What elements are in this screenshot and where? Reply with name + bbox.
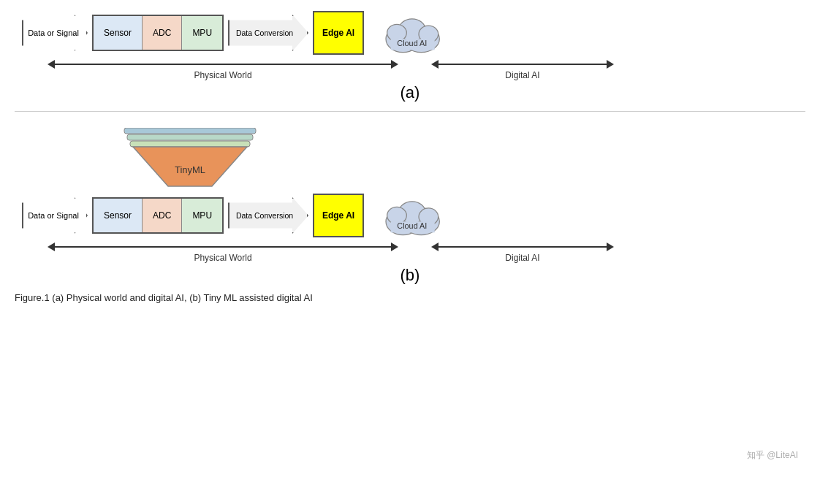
annotation-row-a: Physical World Digital AI xyxy=(22,60,798,80)
digital-ai-label-a: Digital AI xyxy=(505,70,539,80)
physical-world-arrow-b xyxy=(48,243,398,251)
svg-text:TinyML: TinyML xyxy=(175,164,205,175)
annotation-row-b: Physical World Digital AI xyxy=(22,243,798,263)
arrow-left-head-b xyxy=(48,243,55,251)
svg-rect-7 xyxy=(124,128,256,134)
cloud-ai-a: Cloud AI xyxy=(379,7,452,58)
cloud-svg-a: Cloud AI xyxy=(379,7,452,58)
arrow-right-head-a xyxy=(391,60,398,69)
mpu-box-a: MPU xyxy=(182,16,222,50)
digital-ai-line-b xyxy=(439,246,607,248)
data-signal-arrow-b: Data or Signal xyxy=(22,197,88,234)
adc-box-b: ADC xyxy=(143,199,182,232)
adc-box-a: ADC xyxy=(143,16,182,50)
section-divider xyxy=(15,111,805,112)
digital-ai-ann-b: Digital AI xyxy=(424,243,621,263)
sensor-adc-mpu-group-b: Sensor ADC MPU xyxy=(92,197,224,234)
tinyml-funnel-area: TinyML xyxy=(22,128,190,193)
sensor-adc-mpu-group-a: Sensor ADC MPU xyxy=(92,15,224,51)
watermark: 知乎 @LiteAI xyxy=(747,449,798,462)
svg-rect-9 xyxy=(130,141,250,147)
diagram-b-row: Data or Signal Sensor ADC MPU Data Conve… xyxy=(22,190,798,241)
physical-world-label-b: Physical World xyxy=(194,253,251,263)
physical-world-label-a: Physical World xyxy=(194,70,251,80)
data-conversion-arrow-a: Data Conversion xyxy=(228,15,308,51)
digital-ai-ann-a: Digital AI xyxy=(424,60,621,80)
data-signal-arrow-a: Data or Signal xyxy=(22,15,88,51)
digital-arrow-left-a xyxy=(431,60,439,69)
mpu-box-b: MPU xyxy=(182,199,222,232)
tinyml-funnel-svg: TinyML xyxy=(117,128,263,190)
digital-ai-label-b: Digital AI xyxy=(505,253,539,263)
svg-text:Cloud AI: Cloud AI xyxy=(397,221,427,230)
sensor-box-a: Sensor xyxy=(94,16,143,50)
physical-world-line-b xyxy=(55,246,391,248)
cloud-svg-b: Cloud AI xyxy=(379,190,452,241)
physical-world-ann-a: Physical World xyxy=(44,60,402,80)
figure-caption: Figure.1 (a) Physical world and digital … xyxy=(0,292,820,303)
diagram-b-section: TinyML Data or Signal Sensor ADC MPU Dat… xyxy=(0,121,820,285)
svg-text:Cloud AI: Cloud AI xyxy=(397,39,427,47)
physical-world-ann-b: Physical World xyxy=(44,243,402,263)
data-conversion-arrow-b: Data Conversion xyxy=(228,197,308,234)
physical-world-line-a xyxy=(55,64,391,65)
edge-ai-box-a: Edge Al xyxy=(313,11,364,55)
svg-rect-8 xyxy=(127,134,253,140)
arrow-right-head-b xyxy=(391,243,398,251)
digital-ai-arrow-b xyxy=(431,243,614,251)
edge-ai-box-b: Edge AI xyxy=(313,194,364,237)
sensor-box-b: Sensor xyxy=(94,199,143,232)
sub-label-a: (a) xyxy=(22,83,798,102)
digital-ai-line-a xyxy=(439,64,607,65)
digital-ai-arrow-a xyxy=(431,60,614,69)
arrow-left-head-a xyxy=(48,60,55,69)
digital-arrow-right-a xyxy=(607,60,614,69)
cloud-ai-b: Cloud AI xyxy=(379,190,452,241)
sub-label-b: (b) xyxy=(22,266,798,285)
diagram-a-row: Data or Signal Sensor ADC MPU Data Conve… xyxy=(22,7,798,58)
digital-arrow-left-b xyxy=(431,243,439,251)
physical-world-arrow-a xyxy=(48,60,398,69)
diagram-a-section: Data or Signal Sensor ADC MPU Data Conve… xyxy=(0,0,820,102)
digital-arrow-right-b xyxy=(607,243,614,251)
